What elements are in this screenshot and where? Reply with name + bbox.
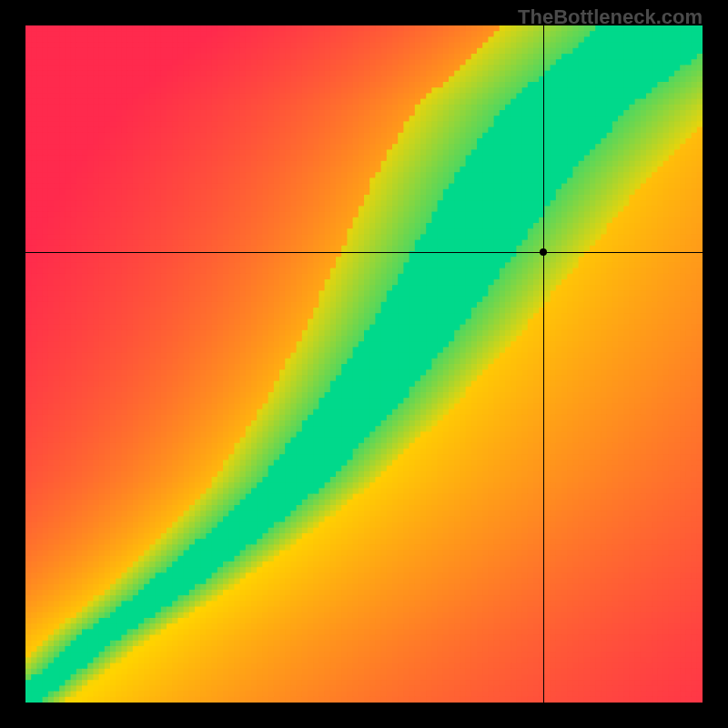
- crosshair-horizontal: [25, 252, 703, 254]
- crosshair-vertical: [543, 25, 545, 703]
- heatmap-canvas: [25, 25, 703, 703]
- watermark-text: TheBottleneck.com: [518, 5, 703, 29]
- chart-frame: TheBottleneck.com: [0, 0, 728, 728]
